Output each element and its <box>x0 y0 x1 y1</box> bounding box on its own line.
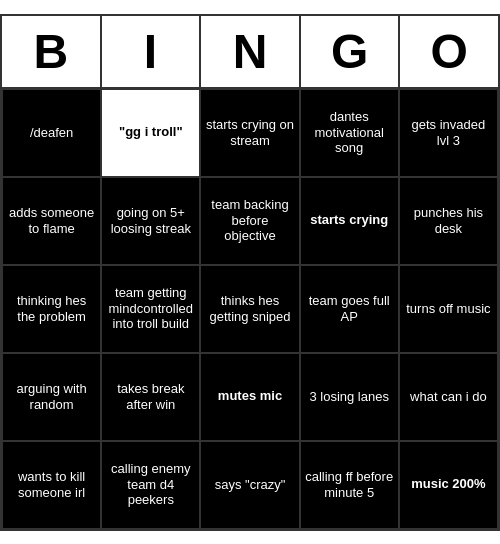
bingo-cell-18[interactable]: 3 losing lanes <box>300 353 399 441</box>
cell-text-14: turns off music <box>406 301 490 317</box>
cell-text-10: thinking hes the problem <box>7 293 96 324</box>
bingo-cell-21[interactable]: calling enemy team d4 peekers <box>101 441 200 529</box>
cell-text-22: says "crazy" <box>215 477 286 493</box>
cell-text-4: gets invaded lvl 3 <box>404 117 493 148</box>
cell-text-19: what can i do <box>410 389 487 405</box>
cell-text-21: calling enemy team d4 peekers <box>106 461 195 508</box>
cell-text-11: team getting mindcontrolled into troll b… <box>106 285 195 332</box>
cell-text-9: punches his desk <box>404 205 493 236</box>
cell-text-2: starts crying on stream <box>205 117 294 148</box>
cell-text-5: adds someone to flame <box>7 205 96 236</box>
bingo-cell-7[interactable]: team backing before objective <box>200 177 299 265</box>
cell-text-16: takes break after win <box>106 381 195 412</box>
cell-text-8: starts crying <box>310 213 388 227</box>
bingo-cell-22[interactable]: says "crazy" <box>200 441 299 529</box>
cell-text-1: "gg i troll" <box>119 125 183 139</box>
bingo-grid: /deafen"gg i troll"starts crying on stre… <box>2 89 498 529</box>
bingo-cell-8[interactable]: starts crying <box>300 177 399 265</box>
title-letter-g: G <box>301 16 401 87</box>
bingo-cell-14[interactable]: turns off music <box>399 265 498 353</box>
cell-text-6: going on 5+ loosing streak <box>106 205 195 236</box>
cell-text-7: team backing before objective <box>205 197 294 244</box>
title-letter-n: N <box>201 16 301 87</box>
bingo-cell-6[interactable]: going on 5+ loosing streak <box>101 177 200 265</box>
cell-text-0: /deafen <box>30 125 73 141</box>
bingo-cell-17[interactable]: mutes mic <box>200 353 299 441</box>
bingo-cell-20[interactable]: wants to kill someone irl <box>2 441 101 529</box>
bingo-cell-19[interactable]: what can i do <box>399 353 498 441</box>
cell-text-12: thinks hes getting sniped <box>205 293 294 324</box>
bingo-cell-24[interactable]: music 200% <box>399 441 498 529</box>
cell-text-13: team goes full AP <box>305 293 394 324</box>
bingo-card: B I N G O /deafen"gg i troll"starts cryi… <box>0 14 500 531</box>
cell-text-24: music 200% <box>411 477 485 491</box>
cell-text-17: mutes mic <box>218 389 282 403</box>
bingo-cell-3[interactable]: dantes motivational song <box>300 89 399 177</box>
bingo-cell-2[interactable]: starts crying on stream <box>200 89 299 177</box>
bingo-cell-11[interactable]: team getting mindcontrolled into troll b… <box>101 265 200 353</box>
bingo-cell-23[interactable]: calling ff before minute 5 <box>300 441 399 529</box>
bingo-cell-16[interactable]: takes break after win <box>101 353 200 441</box>
cell-text-20: wants to kill someone irl <box>7 469 96 500</box>
title-letter-b: B <box>2 16 102 87</box>
bingo-title: B I N G O <box>2 16 498 89</box>
cell-text-15: arguing with random <box>7 381 96 412</box>
bingo-cell-0[interactable]: /deafen <box>2 89 101 177</box>
bingo-cell-12[interactable]: thinks hes getting sniped <box>200 265 299 353</box>
bingo-cell-4[interactable]: gets invaded lvl 3 <box>399 89 498 177</box>
cell-text-23: calling ff before minute 5 <box>305 469 394 500</box>
bingo-cell-15[interactable]: arguing with random <box>2 353 101 441</box>
bingo-cell-1[interactable]: "gg i troll" <box>101 89 200 177</box>
cell-text-3: dantes motivational song <box>305 109 394 156</box>
bingo-cell-13[interactable]: team goes full AP <box>300 265 399 353</box>
bingo-cell-10[interactable]: thinking hes the problem <box>2 265 101 353</box>
bingo-cell-5[interactable]: adds someone to flame <box>2 177 101 265</box>
bingo-cell-9[interactable]: punches his desk <box>399 177 498 265</box>
cell-text-18: 3 losing lanes <box>309 389 389 405</box>
title-letter-o: O <box>400 16 498 87</box>
title-letter-i: I <box>102 16 202 87</box>
